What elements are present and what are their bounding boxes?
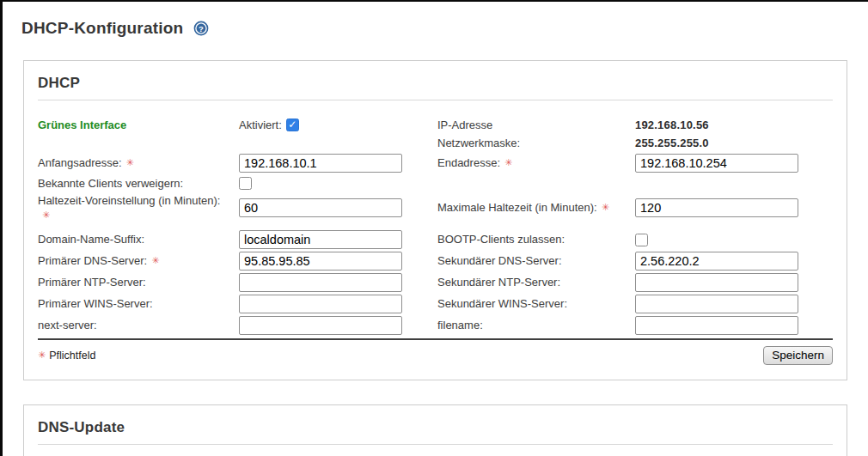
filename-input[interactable]	[635, 316, 798, 335]
default-lease-input[interactable]	[239, 198, 402, 217]
secondary-dns-label: Sekundärer DNS-Server:	[437, 253, 635, 268]
netmask-value: 255.255.255.0	[635, 137, 833, 149]
allow-bootp-checkbox[interactable]	[635, 234, 648, 246]
required-asterisk-icon: ✳	[602, 202, 609, 212]
ip-address-value: 192.168.10.56	[635, 119, 833, 131]
primary-wins-input[interactable]	[239, 295, 402, 313]
dhcp-panel-footer: ✳Pflichtfeld Speichern	[38, 345, 833, 366]
max-lease-input[interactable]	[635, 198, 798, 217]
next-server-input[interactable]	[239, 316, 402, 335]
default-lease-label: Haltezeit-Voreinstellung (in Minuten): ✳	[38, 193, 239, 223]
max-lease-label: Maximale Haltezeit (in Minuten):✳	[437, 200, 635, 216]
dns-update-panel: DNS-Update	[23, 404, 847, 456]
svg-text:?: ?	[199, 24, 204, 33]
end-address-input[interactable]	[635, 154, 798, 173]
deny-known-clients-label: Bekannte Clients verweigern:	[38, 176, 239, 191]
footer-divider	[38, 338, 833, 340]
primary-dns-input[interactable]	[239, 252, 402, 271]
required-asterisk-icon: ✳	[126, 157, 134, 167]
enabled-checkbox[interactable]	[286, 119, 299, 131]
secondary-ntp-input[interactable]	[635, 273, 798, 292]
secondary-wins-input[interactable]	[635, 295, 798, 313]
start-address-label: Anfangsadresse:✳	[38, 155, 239, 171]
required-asterisk-icon: ✳	[151, 255, 159, 265]
row-domain-bootp: Domain-Name-Suffix: BOOTP-Clients zulass…	[38, 228, 833, 250]
heading-divider	[38, 444, 833, 445]
row-dns-servers: Primärer DNS-Server:✳ Sekundärer DNS-Ser…	[38, 250, 833, 271]
dns-update-heading: DNS-Update	[38, 419, 833, 436]
required-field-note: ✳Pflichtfeld	[38, 350, 95, 362]
primary-wins-label: Primärer WINS-Server:	[38, 296, 239, 311]
help-icon[interactable]: ?	[193, 21, 209, 36]
row-deny-known-clients: Bekannte Clients verweigern:	[38, 173, 833, 192]
start-address-input[interactable]	[239, 154, 402, 173]
dhcp-form: Grünes Interface Aktiviert: IP-Adresse 1…	[38, 116, 833, 336]
save-button[interactable]: Speichern	[763, 346, 833, 365]
row-netmask: Netzwerkmaske: 255.255.255.0	[38, 134, 833, 152]
ip-address-label: IP-Adresse	[437, 118, 635, 132]
domain-suffix-label: Domain-Name-Suffix:	[38, 232, 239, 246]
page-title: DHCP-Konfiguration	[21, 19, 183, 38]
primary-ntp-label: Primärer NTP-Server:	[38, 275, 239, 289]
heading-divider	[38, 100, 833, 100]
primary-dns-label: Primärer DNS-Server:✳	[38, 253, 239, 269]
row-interface: Grünes Interface Aktiviert: IP-Adresse 1…	[38, 116, 833, 134]
row-ntp-servers: Primärer NTP-Server: Sekundärer NTP-Serv…	[38, 271, 833, 293]
dhcp-configuration-page: DHCP-Konfiguration ? DHCP Grünes Interfa…	[0, 0, 868, 456]
netmask-label: Netzwerkmaske:	[437, 136, 635, 150]
secondary-ntp-label: Sekundärer NTP-Server:	[437, 275, 635, 289]
allow-bootp-label: BOOTP-Clients zulassen:	[437, 232, 635, 246]
end-address-label: Endadresse:✳	[437, 155, 635, 171]
green-interface-label: Grünes Interface	[38, 119, 239, 131]
next-server-label: next-server:	[38, 318, 239, 332]
primary-ntp-input[interactable]	[239, 273, 402, 292]
dhcp-panel-heading: DHCP	[38, 75, 833, 92]
row-wins-servers: Primärer WINS-Server: Sekundärer WINS-Se…	[38, 293, 833, 314]
required-asterisk-icon: ✳	[504, 157, 512, 167]
secondary-dns-input[interactable]	[635, 252, 798, 271]
page-header: DHCP-Konfiguration ?	[21, 19, 868, 38]
secondary-wins-label: Sekundärer WINS-Server:	[437, 296, 635, 311]
row-address-range: Anfangsadresse:✳ Endadresse:✳	[38, 152, 833, 173]
dhcp-panel: DHCP Grünes Interface Aktiviert: IP-Adre…	[23, 60, 847, 380]
required-asterisk-icon: ✳	[38, 350, 46, 360]
row-next-server-filename: next-server: filename:	[38, 314, 833, 336]
deny-known-clients-checkbox[interactable]	[239, 177, 252, 190]
required-asterisk-icon: ✳	[42, 210, 50, 220]
row-lease-times: Haltezeit-Voreinstellung (in Minuten): ✳…	[38, 192, 833, 223]
filename-label: filename:	[437, 318, 635, 332]
enabled-label: Aktiviert:	[239, 118, 282, 132]
domain-suffix-input[interactable]	[239, 230, 402, 249]
